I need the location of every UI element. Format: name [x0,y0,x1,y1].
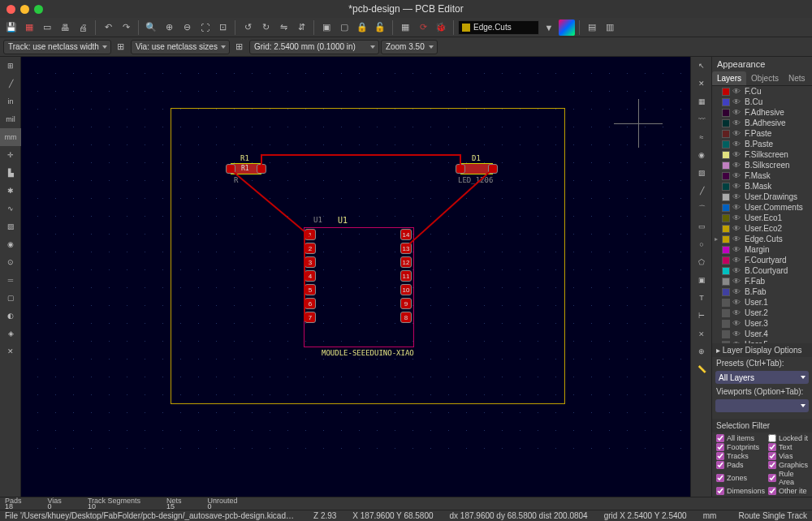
grid-icon[interactable]: ⊞ [0,57,21,75]
via-icon[interactable]: ◉ [691,146,712,164]
layer-row-User.Comments[interactable]: 👁User.Comments [712,202,812,213]
checkbox-icon[interactable] [716,452,724,460]
settings-icon[interactable]: ✕ [0,342,21,360]
print-icon[interactable]: 🖶 [57,19,73,36]
checkbox-icon[interactable] [768,434,776,442]
minimize-window-button[interactable] [20,5,29,14]
axis-icon[interactable]: ╱ [0,75,21,93]
layer-row-User.Eco1[interactable]: 👁User.Eco1 [712,213,812,223]
ungroup-icon[interactable]: ▢ [336,19,352,36]
filter-graphics[interactable]: Graphics [768,461,808,469]
layer-swatch-icon[interactable] [722,151,730,159]
via-settings-icon[interactable]: ⊞ [231,39,248,55]
layer-row-B.Silkscreen[interactable]: 👁B.Silkscreen [712,160,812,170]
visibility-icon[interactable]: 👁 [732,87,742,96]
layer-row-User.2[interactable]: 👁User.2 [712,308,812,318]
layer-swatch-icon[interactable] [722,309,730,317]
layer-swatch-icon[interactable] [722,140,730,149]
polar-icon[interactable]: ▙ [0,164,21,182]
origin-icon[interactable]: ⊕ [691,342,712,360]
circle-icon[interactable]: ○ [691,235,712,253]
layer-row-F.Silkscreen[interactable]: 👁F.Silkscreen [712,149,812,160]
cursor-icon[interactable]: ✛ [0,146,21,164]
layers-icon[interactable]: ◈ [0,325,21,342]
visibility-icon[interactable]: 👁 [732,256,742,265]
plot-icon[interactable]: 🖨 [75,19,91,36]
layer-swatch-icon[interactable] [722,119,730,127]
curves-icon[interactable]: ∿ [0,200,21,217]
close-window-button[interactable] [6,5,15,14]
lock-icon[interactable]: 🔒 [354,19,370,36]
layer-swatch-icon[interactable] [722,98,730,106]
layer-swatch-icon[interactable] [722,193,730,201]
tracks-icon[interactable]: ═ [0,271,21,289]
layer-swatch-icon[interactable] [722,183,730,191]
visibility-icon[interactable]: 👁 [732,266,742,275]
grid-dropdown[interactable]: Grid: 2.5400 mm (0.1000 in) [249,40,379,54]
checkbox-icon[interactable] [716,443,724,451]
layer-row-User.Drawings[interactable]: 👁User.Drawings [712,192,812,202]
line-icon[interactable]: ╱ [691,182,712,200]
track-width-dropdown[interactable]: Track: use netclass width [3,40,111,54]
layer-swatch-icon[interactable] [722,214,730,222]
diff-pair-icon[interactable]: ≈ [691,128,712,146]
unlock-icon[interactable]: 🔓 [372,19,388,36]
layer-swatch-icon[interactable] [722,299,730,307]
layer-row-Edge.Cuts[interactable]: ▸👁Edge.Cuts [712,234,812,244]
image-icon[interactable]: ▣ [691,271,712,289]
save-icon[interactable]: 💾 [3,19,19,36]
layer-row-B.Cu[interactable]: 👁B.Cu [712,97,812,107]
layer-swatch-icon[interactable] [722,320,730,328]
track-settings-icon[interactable]: ⊞ [113,39,129,55]
zone-icon[interactable]: ▨ [691,164,712,182]
layer-row-F.Mask[interactable]: 👁F.Mask [712,170,812,181]
visibility-icon[interactable]: 👁 [732,140,742,149]
filter-footprints[interactable]: Footprints [716,443,765,451]
render-icon[interactable] [559,19,575,36]
mirror-v-icon[interactable]: ⇵ [293,19,309,36]
outline-icon[interactable]: ▢ [0,289,21,307]
contrast-icon[interactable]: ◐ [0,307,21,325]
checkbox-icon[interactable] [716,474,724,482]
visibility-icon[interactable]: 👁 [732,235,742,243]
visibility-icon[interactable]: 👁 [732,245,742,254]
tab-layers[interactable]: Layers [712,71,746,85]
visibility-icon[interactable]: 👁 [732,213,742,222]
visibility-icon[interactable]: 👁 [732,171,742,180]
layer-swatch-icon[interactable] [722,161,730,170]
pcb-canvas[interactable]: R1 R1 R D1 LED_1206 U1 U1 MOUDLE-SEEEDUI… [21,57,690,497]
layer-row-User.1[interactable]: 👁User.1 [712,297,812,308]
layer-row-User.4[interactable]: 👁User.4 [712,329,812,339]
text-icon[interactable]: T [691,289,712,307]
group-icon[interactable]: ▣ [318,19,335,36]
filter-text[interactable]: Text [768,443,808,451]
layer-row-F.Courtyard[interactable]: 👁F.Courtyard [712,255,812,265]
tab-objects[interactable]: Objects [746,71,784,85]
visibility-icon[interactable]: 👁 [732,224,742,233]
poly-icon[interactable]: ⬠ [691,253,712,271]
footprint-editor-icon[interactable]: ▦ [397,19,413,36]
visibility-icon[interactable]: 👁 [732,129,742,138]
redo-icon[interactable]: ↷ [118,19,134,36]
filter-dimensions[interactable]: Dimensions [716,487,765,495]
checkbox-icon[interactable] [716,434,724,442]
layer-swatch-icon[interactable] [722,288,730,296]
vias-icon[interactable]: ⊙ [0,253,21,271]
visibility-icon[interactable]: 👁 [732,287,742,296]
layer-dropdown[interactable]: Edge.Cuts [458,20,539,35]
layer-pair-icon[interactable]: ▼ [541,19,557,36]
viewports-dropdown[interactable] [715,399,809,412]
layer-row-F.Cu[interactable]: 👁F.Cu [712,86,812,97]
layer-display-options[interactable]: ▸ Layer Display Options [712,343,812,357]
layer-swatch-icon[interactable] [722,109,730,117]
pads-icon[interactable]: ◉ [0,235,21,253]
units-mil[interactable]: mil [0,110,21,128]
filter-vias[interactable]: Vias [768,452,808,460]
zones-icon[interactable]: ▨ [0,217,21,235]
layer-swatch-icon[interactable] [722,225,730,233]
layer-row-B.Fab[interactable]: 👁B.Fab [712,286,812,297]
checkbox-icon[interactable] [768,474,776,482]
visibility-icon[interactable]: 👁 [732,319,742,328]
layer-row-B.Courtyard[interactable]: 👁B.Courtyard [712,265,812,276]
checkbox-icon[interactable] [768,452,776,460]
